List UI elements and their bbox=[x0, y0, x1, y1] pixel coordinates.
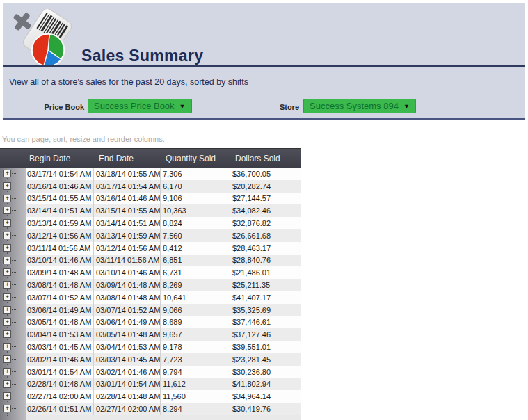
tree-line-icon bbox=[12, 396, 16, 396]
table-row: + 03/07/14 01:52 AM 03/08/14 01:48 AM 10… bbox=[0, 291, 301, 304]
tree-line-icon bbox=[12, 223, 16, 223]
price-book-selected-value: Success Price Book bbox=[94, 101, 175, 111]
dollars-sold-cell: $39,551.01 bbox=[230, 341, 301, 353]
end-date-cell: 03/10/14 01:46 AM bbox=[93, 266, 160, 279]
row-expander-cell: + bbox=[0, 204, 26, 217]
begin-date-cell: 03/05/14 01:48 AM bbox=[26, 316, 93, 329]
row-expander-cell: + bbox=[0, 229, 26, 242]
expand-row-button[interactable]: + bbox=[3, 355, 11, 363]
dollars-sold-cell: $30,419.76 bbox=[230, 403, 301, 415]
begin-date-cell: 03/16/14 01:46 AM bbox=[26, 180, 93, 193]
quantity-sold-cell: 8,412 bbox=[160, 242, 230, 255]
tree-line-icon bbox=[12, 186, 16, 186]
table-row: + 03/13/14 01:59 AM 03/14/14 01:51 AM 8,… bbox=[0, 217, 301, 229]
column-header-dollars-sold[interactable]: Dollars Sold bbox=[230, 154, 301, 163]
price-book-dropdown[interactable]: Success Price Book ▼ bbox=[88, 99, 192, 113]
tree-line-icon bbox=[12, 408, 16, 409]
table-row: + 03/15/14 01:55 AM 03/16/14 01:46 AM 9,… bbox=[0, 193, 301, 205]
expand-row-button[interactable]: + bbox=[3, 257, 11, 264]
quantity-sold-cell: 9,106 bbox=[160, 193, 230, 205]
table-row: + 03/12/14 01:56 AM 03/13/14 01:59 AM 7,… bbox=[0, 229, 301, 242]
begin-date-cell: 02/27/14 02:00 AM bbox=[26, 390, 93, 403]
tree-line-icon bbox=[12, 346, 16, 347]
table-row: + 03/08/14 01:48 AM 03/09/14 01:48 AM 8,… bbox=[0, 279, 301, 291]
row-expander-cell: + bbox=[0, 168, 26, 180]
dollars-sold-cell: $36,700.05 bbox=[230, 168, 301, 180]
tree-line-icon bbox=[12, 371, 16, 372]
expand-row-button[interactable]: + bbox=[3, 380, 11, 388]
quantity-sold-cell: 6,731 bbox=[160, 266, 230, 279]
column-header-quantity-sold[interactable]: Quantity Sold bbox=[160, 154, 230, 163]
table-row: + 03/01/14 01:54 AM 03/02/14 01:46 AM 9,… bbox=[0, 366, 301, 378]
end-date-cell: 03/18/14 01:55 AM bbox=[93, 168, 160, 180]
end-date-cell: 02/27/14 02:00 AM bbox=[93, 403, 160, 415]
row-expander-cell: + bbox=[0, 341, 26, 353]
table-row: + 02/26/14 01:51 AM 02/27/14 02:00 AM 8,… bbox=[0, 403, 301, 415]
begin-date-cell: 03/13/14 01:59 AM bbox=[26, 217, 93, 229]
expand-row-button[interactable]: + bbox=[3, 232, 11, 239]
end-date-cell: 03/02/14 01:46 AM bbox=[93, 366, 160, 378]
tree-line-icon bbox=[12, 235, 16, 236]
tree-line-icon bbox=[12, 297, 16, 298]
row-expander-cell: + bbox=[0, 242, 26, 255]
table-row: + 03/02/14 01:46 AM 03/03/14 01:45 AM 7,… bbox=[0, 353, 301, 366]
dollars-sold-cell: $37,127.46 bbox=[230, 328, 301, 341]
row-expander-cell: + bbox=[0, 266, 26, 279]
end-date-cell: 03/11/14 01:56 AM bbox=[93, 255, 160, 267]
expand-row-button[interactable]: + bbox=[3, 219, 11, 227]
quantity-sold-cell: 9,178 bbox=[160, 341, 230, 353]
expand-row-button[interactable]: + bbox=[3, 392, 11, 400]
end-date-cell: 03/08/14 01:48 AM bbox=[93, 291, 160, 304]
page-subtitle: View all of a store's sales for the past… bbox=[9, 77, 248, 87]
expand-row-button[interactable]: + bbox=[3, 182, 11, 190]
dollars-sold-cell: $41,802.94 bbox=[230, 378, 301, 391]
expand-row-button[interactable]: + bbox=[3, 195, 11, 202]
end-date-cell: 03/01/14 01:54 AM bbox=[93, 378, 160, 391]
tree-line-icon bbox=[12, 284, 16, 285]
expand-row-button[interactable]: + bbox=[3, 318, 11, 326]
table-row: + 03/04/14 01:53 AM 03/05/14 01:48 AM 9,… bbox=[0, 328, 301, 341]
chevron-down-icon: ▼ bbox=[403, 103, 410, 110]
expand-row-button[interactable]: + bbox=[3, 293, 11, 301]
expand-row-button[interactable]: + bbox=[3, 281, 11, 289]
column-header-end-date[interactable]: End Date bbox=[93, 154, 160, 163]
expand-row-button[interactable]: + bbox=[3, 268, 11, 276]
tree-line-icon bbox=[12, 173, 16, 174]
dollars-sold-cell: $21,486.01 bbox=[230, 266, 301, 279]
tree-line-icon bbox=[12, 260, 16, 261]
expand-row-button[interactable]: + bbox=[3, 330, 11, 338]
row-expander-cell: + bbox=[0, 255, 26, 267]
expand-row-button[interactable]: + bbox=[3, 368, 11, 375]
begin-date-cell: 03/15/14 01:55 AM bbox=[26, 193, 93, 205]
row-expander-cell: + bbox=[0, 353, 26, 366]
begin-date-cell: 03/04/14 01:53 AM bbox=[26, 328, 93, 341]
store-dropdown[interactable]: Success Systems 894 ▼ bbox=[303, 99, 416, 113]
end-date-cell: 03/04/14 01:53 AM bbox=[93, 341, 160, 353]
table-header-row: Begin Date End Date Quantity Sold Dollar… bbox=[0, 148, 301, 168]
expand-row-button[interactable]: + bbox=[3, 306, 11, 314]
expand-row-button[interactable]: + bbox=[3, 170, 11, 177]
begin-date-cell: 03/03/14 01:45 AM bbox=[26, 341, 93, 353]
partial-next-row bbox=[0, 415, 301, 420]
table-row: + 03/16/14 01:46 AM 03/17/14 01:54 AM 6,… bbox=[0, 180, 301, 193]
partial-row-gutter bbox=[0, 415, 26, 420]
expand-row-button[interactable]: + bbox=[3, 405, 11, 412]
table-row: + 03/10/14 01:46 AM 03/11/14 01:56 AM 6,… bbox=[0, 255, 301, 267]
tree-line-icon bbox=[12, 198, 16, 199]
price-book-label: Price Book bbox=[44, 103, 84, 111]
quantity-sold-cell: 7,723 bbox=[160, 353, 230, 366]
table-row: + 03/11/14 01:56 AM 03/12/14 01:56 AM 8,… bbox=[0, 242, 301, 255]
end-date-cell: 02/28/14 01:48 AM bbox=[93, 390, 160, 403]
dollars-sold-cell: $37,446.61 bbox=[230, 316, 301, 329]
sales-table: Begin Date End Date Quantity Sold Dollar… bbox=[0, 148, 301, 420]
column-header-begin-date[interactable]: Begin Date bbox=[26, 154, 93, 163]
table-row: + 03/03/14 01:45 AM 03/04/14 01:53 AM 9,… bbox=[0, 341, 301, 353]
dollars-sold-cell: $26,661.68 bbox=[230, 229, 301, 242]
begin-date-cell: 03/07/14 01:52 AM bbox=[26, 291, 93, 304]
expand-row-button[interactable]: + bbox=[3, 207, 11, 214]
quantity-sold-cell: 8,689 bbox=[160, 316, 230, 329]
dollars-sold-cell: $28,840.76 bbox=[230, 255, 301, 267]
expand-row-button[interactable]: + bbox=[3, 343, 11, 350]
expand-row-button[interactable]: + bbox=[3, 244, 11, 252]
quantity-sold-cell: 11,560 bbox=[160, 390, 230, 403]
